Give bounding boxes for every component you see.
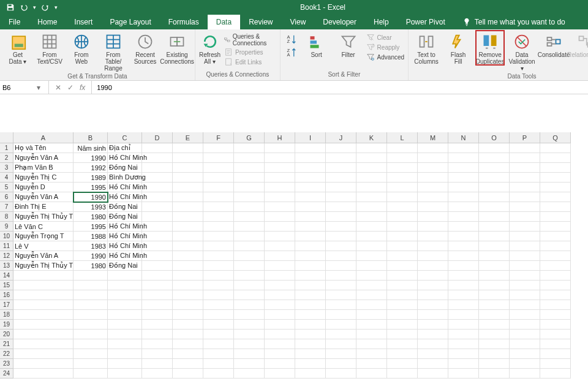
cell-M22[interactable] bbox=[418, 349, 448, 359]
cell-N24[interactable] bbox=[448, 369, 479, 379]
cell-O5[interactable] bbox=[479, 183, 510, 192]
cell-F9[interactable] bbox=[203, 222, 234, 232]
filter-button[interactable]: Filter bbox=[334, 31, 363, 58]
cell-F10[interactable] bbox=[203, 232, 234, 241]
cell-C11[interactable]: Hồ Chí Minh bbox=[108, 241, 142, 251]
cell-Q12[interactable] bbox=[540, 251, 571, 261]
col-header-L[interactable]: L bbox=[387, 132, 418, 143]
cell-B13[interactable]: 1980 bbox=[74, 261, 108, 271]
row-headers[interactable]: 123456789101112131415161718192021222324 bbox=[0, 143, 13, 379]
cell-H10[interactable] bbox=[265, 232, 295, 241]
cell-P2[interactable] bbox=[510, 153, 540, 163]
cell-K24[interactable] bbox=[356, 369, 387, 379]
cell-F1[interactable] bbox=[203, 143, 234, 153]
cell-B18[interactable] bbox=[74, 310, 108, 320]
row-header-5[interactable]: 5 bbox=[0, 183, 13, 192]
cell-C9[interactable]: Hồ Chí Minh bbox=[108, 222, 142, 232]
cell-F20[interactable] bbox=[203, 330, 234, 339]
cell-K18[interactable] bbox=[356, 310, 387, 320]
cell-A5[interactable]: Nguyễn D bbox=[13, 183, 74, 192]
cell-C14[interactable] bbox=[108, 271, 142, 281]
cell-B12[interactable]: 1990 bbox=[74, 251, 108, 261]
cell-B21[interactable] bbox=[74, 339, 108, 349]
cell-B11[interactable]: 1983 bbox=[74, 241, 108, 251]
cell-H1[interactable] bbox=[265, 143, 295, 153]
cell-J15[interactable] bbox=[326, 281, 356, 290]
cell-C24[interactable] bbox=[108, 369, 142, 379]
cell-E20[interactable] bbox=[173, 330, 203, 339]
cell-G11[interactable] bbox=[234, 241, 265, 251]
name-box[interactable]: ▾ bbox=[0, 81, 49, 94]
tab-file[interactable]: File bbox=[0, 15, 29, 29]
cell-G3[interactable] bbox=[234, 163, 265, 173]
cell-G18[interactable] bbox=[234, 310, 265, 320]
cell-Q3[interactable] bbox=[540, 163, 571, 173]
flash-fill-button[interactable]: FlashFill bbox=[444, 31, 472, 65]
cell-B16[interactable] bbox=[74, 290, 108, 300]
cell-M1[interactable] bbox=[418, 143, 448, 153]
cell-G7[interactable] bbox=[234, 202, 265, 212]
cell-I13[interactable] bbox=[295, 261, 326, 271]
cell-L21[interactable] bbox=[387, 339, 418, 349]
cell-F23[interactable] bbox=[203, 359, 234, 369]
cell-L19[interactable] bbox=[387, 320, 418, 330]
cell-K3[interactable] bbox=[356, 163, 387, 173]
cell-K14[interactable] bbox=[356, 271, 387, 281]
tab-formulas[interactable]: Formulas bbox=[160, 15, 208, 29]
row-header-20[interactable]: 20 bbox=[0, 330, 13, 339]
cell-A11[interactable]: Lê V bbox=[13, 241, 74, 251]
cell-M13[interactable] bbox=[418, 261, 448, 271]
cell-F24[interactable] bbox=[203, 369, 234, 379]
tab-power-pivot[interactable]: Power Pivot bbox=[398, 15, 454, 29]
cell-N8[interactable] bbox=[448, 212, 479, 222]
cell-B20[interactable] bbox=[74, 330, 108, 339]
cell-K21[interactable] bbox=[356, 339, 387, 349]
cell-O11[interactable] bbox=[479, 241, 510, 251]
cell-C4[interactable]: Bình Dương bbox=[108, 173, 142, 183]
cell-A8[interactable]: Nguyễn Thị Thủy T bbox=[13, 212, 74, 222]
consolidate-button[interactable]: Consolidate bbox=[540, 31, 568, 58]
cell-C2[interactable]: Hồ Chí Minh bbox=[108, 153, 142, 163]
cell-B3[interactable]: 1992 bbox=[74, 163, 108, 173]
cell-F19[interactable] bbox=[203, 320, 234, 330]
cell-O9[interactable] bbox=[479, 222, 510, 232]
cell-J13[interactable] bbox=[326, 261, 356, 271]
cell-I19[interactable] bbox=[295, 320, 326, 330]
cell-D17[interactable] bbox=[142, 300, 173, 310]
cell-K5[interactable] bbox=[356, 183, 387, 192]
cell-D10[interactable] bbox=[142, 232, 173, 241]
cell-I9[interactable] bbox=[295, 222, 326, 232]
cell-I7[interactable] bbox=[295, 202, 326, 212]
tab-insert[interactable]: Insert bbox=[66, 15, 101, 29]
cell-I5[interactable] bbox=[295, 183, 326, 192]
cell-L11[interactable] bbox=[387, 241, 418, 251]
row-header-9[interactable]: 9 bbox=[0, 222, 13, 232]
row-header-19[interactable]: 19 bbox=[0, 320, 13, 330]
cell-B14[interactable] bbox=[74, 271, 108, 281]
cell-G19[interactable] bbox=[234, 320, 265, 330]
cell-Q14[interactable] bbox=[540, 271, 571, 281]
cell-D20[interactable] bbox=[142, 330, 173, 339]
cell-M4[interactable] bbox=[418, 173, 448, 183]
cell-H11[interactable] bbox=[265, 241, 295, 251]
cell-H20[interactable] bbox=[265, 330, 295, 339]
cell-I16[interactable] bbox=[295, 290, 326, 300]
cell-O4[interactable] bbox=[479, 173, 510, 183]
col-header-Q[interactable]: Q bbox=[540, 132, 571, 143]
chevron-down-icon[interactable]: ▾ bbox=[37, 83, 40, 92]
cell-J2[interactable] bbox=[326, 153, 356, 163]
cell-P11[interactable] bbox=[510, 241, 540, 251]
cell-D22[interactable] bbox=[142, 349, 173, 359]
cell-M3[interactable] bbox=[418, 163, 448, 173]
cell-A21[interactable] bbox=[13, 339, 74, 349]
cell-J11[interactable] bbox=[326, 241, 356, 251]
row-header-22[interactable]: 22 bbox=[0, 349, 13, 359]
cell-E19[interactable] bbox=[173, 320, 203, 330]
cell-F4[interactable] bbox=[203, 173, 234, 183]
col-header-P[interactable]: P bbox=[510, 132, 540, 143]
cell-M21[interactable] bbox=[418, 339, 448, 349]
cell-Q5[interactable] bbox=[540, 183, 571, 192]
cell-C3[interactable]: Đồng Nai bbox=[108, 163, 142, 173]
cell-P10[interactable] bbox=[510, 232, 540, 241]
cell-G23[interactable] bbox=[234, 359, 265, 369]
